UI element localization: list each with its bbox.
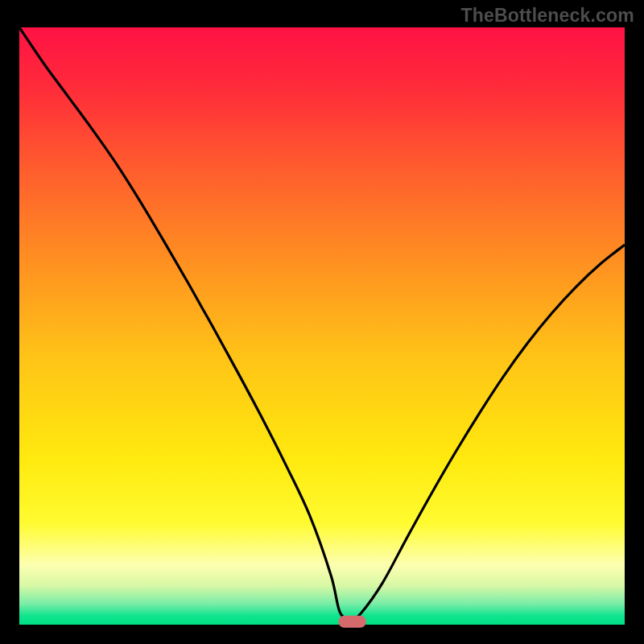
- chart-frame: TheBottleneck.com: [0, 0, 644, 644]
- bottleneck-chart: [0, 0, 644, 644]
- attribution-text: TheBottleneck.com: [460, 5, 634, 27]
- plot-area: [19, 27, 625, 625]
- bottleneck-marker: [338, 616, 366, 628]
